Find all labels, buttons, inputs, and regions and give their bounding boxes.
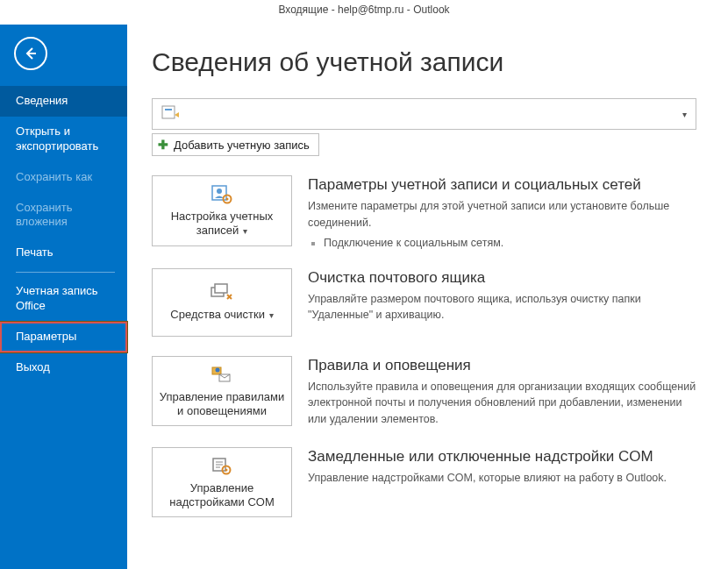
nav-label: Выход (16, 360, 50, 373)
svg-rect-7 (215, 284, 227, 293)
option-description: Используйте правила и оповещения для орг… (308, 379, 696, 428)
option-heading: Правила и оповещения (308, 356, 696, 375)
nav-item-save-as: Сохранить как (0, 162, 127, 193)
addins-icon (210, 455, 234, 478)
nav-label: Сохранить вложения (16, 201, 73, 229)
svg-point-5 (226, 198, 229, 201)
option-row-account-settings: Настройка учетных записей ▾ Параметры уч… (152, 175, 696, 249)
button-label: Управление правилами и оповещениями (158, 390, 286, 419)
rules-icon (210, 364, 234, 387)
nav-item-save-attachments: Сохранить вложения (0, 193, 127, 238)
com-addins-button[interactable]: Управление надстройками COM (152, 447, 292, 518)
option-description: Измените параметры для этой учетной запи… (308, 198, 696, 231)
back-button[interactable] (14, 37, 47, 70)
option-heading: Замедленные или отключенные надстройки C… (308, 447, 696, 466)
option-row-cleanup: Средства очистки ▾ Очистка почтового ящи… (152, 268, 696, 337)
nav-item-open-export[interactable]: Открыть и экспортировать (0, 117, 127, 162)
svg-point-16 (225, 468, 228, 471)
button-label: Настройка учетных записей ▾ (158, 210, 286, 238)
svg-point-3 (217, 188, 222, 194)
nav-item-office-account[interactable]: Учетная запись Office (0, 276, 127, 322)
option-heading: Параметры учетной записи и социальных се… (308, 175, 696, 195)
nav-item-print[interactable]: Печать (0, 238, 127, 268)
add-account-label: Добавить учетную запись (174, 139, 310, 152)
outlook-backstage-window: Входящие - help@6tmp.ru - Outlook Сведен… (0, 0, 728, 569)
option-row-rules: Управление правилами и оповещениями Прав… (152, 356, 696, 428)
sidebar: Сведения Открыть и экспортировать Сохран… (0, 25, 127, 569)
nav-label: Учетная запись Office (16, 284, 98, 312)
nav-separator (16, 272, 115, 273)
title-bar: Входящие - help@6tmp.ru - Outlook (0, 0, 728, 25)
back-arrow-icon (23, 46, 39, 61)
chevron-down-icon: ▾ (682, 110, 687, 119)
button-label: Управление надстройками COM (158, 481, 286, 510)
rules-alerts-button[interactable]: Управление правилами и оповещениями (152, 356, 292, 427)
option-description: Управление надстройками COM, которые вли… (308, 470, 696, 487)
nav-label: Сохранить как (16, 170, 92, 183)
option-row-com-addins: Управление надстройками COM Замедленные … (152, 447, 696, 518)
page-title: Сведения об учетной записи (152, 47, 696, 77)
option-bullet: Подключение к социальным сетям. (324, 237, 696, 249)
nav-label: Открыть и экспортировать (16, 124, 98, 153)
account-dropdown[interactable]: ▾ (152, 98, 696, 130)
account-file-icon (161, 104, 181, 124)
account-settings-button[interactable]: Настройка учетных записей ▾ (152, 175, 292, 246)
svg-rect-1 (165, 109, 172, 110)
plus-icon: ✚ (158, 138, 168, 152)
cleanup-icon (210, 281, 234, 304)
nav-item-info[interactable]: Сведения (0, 86, 127, 117)
main-content: Сведения об учетной записи ▾ ✚ Добавить … (127, 25, 728, 569)
svg-point-10 (216, 367, 220, 372)
option-heading: Очистка почтового ящика (308, 268, 696, 288)
nav-label: Печать (16, 245, 54, 259)
cleanup-tools-button[interactable]: Средства очистки ▾ (152, 268, 292, 337)
nav-item-options[interactable]: Параметры (0, 322, 127, 352)
nav-item-exit[interactable]: Выход (0, 352, 127, 383)
nav-label: Сведения (16, 94, 68, 107)
button-label: Средства очистки ▾ (170, 308, 273, 322)
option-description: Управляйте размером почтового ящика, исп… (308, 291, 696, 324)
person-gear-icon (210, 183, 234, 206)
svg-rect-0 (162, 106, 175, 118)
nav-label: Параметры (16, 330, 76, 343)
add-account-button[interactable]: ✚ Добавить учетную запись (152, 133, 319, 156)
